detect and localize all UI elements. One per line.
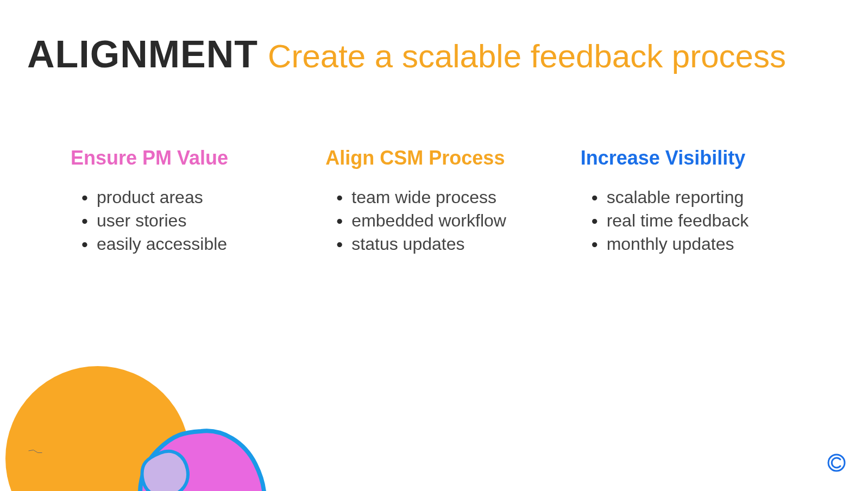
header-title: ALIGNMENT	[27, 33, 258, 76]
decorative-shapes	[0, 323, 304, 491]
list-item: embedded workflow	[336, 209, 548, 232]
column-heading: Ensure PM Value	[71, 147, 293, 169]
blue-line-shape	[0, 450, 103, 453]
column-list: scalable reporting real time feedback mo…	[581, 186, 803, 256]
column-list: product areas user stories easily access…	[71, 186, 293, 256]
slide-header: ALIGNMENT Create a scalable feedback pro…	[0, 0, 868, 76]
column-heading: Increase Visibility	[581, 147, 803, 169]
list-item: monthly updates	[592, 232, 803, 256]
columns-container: Ensure PM Value product areas user stori…	[0, 76, 868, 256]
column-pm-value: Ensure PM Value product areas user stori…	[71, 147, 293, 256]
column-visibility: Increase Visibility scalable reporting r…	[581, 147, 803, 256]
brand-logo-icon	[827, 453, 846, 475]
orange-circle-shape	[5, 366, 190, 491]
column-list: team wide process embedded workflow stat…	[325, 186, 548, 256]
column-heading: Align CSM Process	[325, 147, 548, 169]
pink-blob-shape	[130, 426, 272, 491]
list-item: product areas	[81, 186, 293, 209]
header-subtitle: Create a scalable feedback process	[268, 37, 786, 75]
svg-point-0	[828, 455, 845, 471]
list-item: team wide process	[336, 186, 548, 209]
list-item: status updates	[336, 232, 548, 256]
list-item: real time feedback	[592, 209, 803, 232]
list-item: user stories	[81, 209, 293, 232]
list-item: easily accessible	[81, 232, 293, 256]
column-csm-process: Align CSM Process team wide process embe…	[325, 147, 548, 256]
list-item: scalable reporting	[592, 186, 803, 209]
